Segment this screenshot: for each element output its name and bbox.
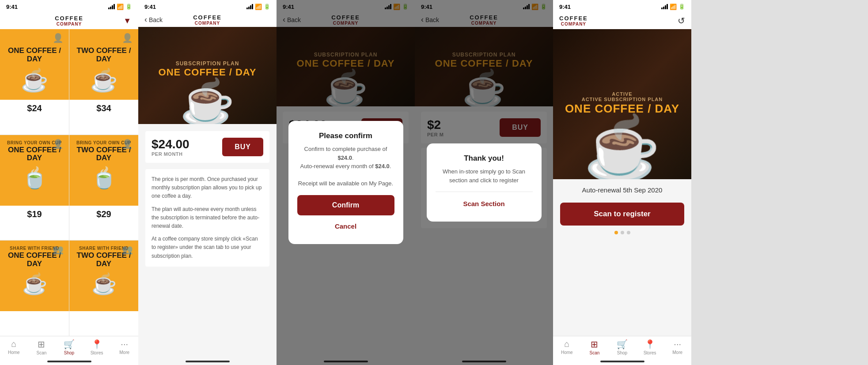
product-card-two-coffee[interactable]: 👤 TWO COFFEE / DAY ☕ $34 (69, 29, 138, 135)
filter-icon[interactable]: ▼ (123, 16, 131, 26)
screen-shop-list: 9:41 📶 🔋 COFFEE COMPANY ▼ 👤 ONE COFFEE /… (0, 0, 138, 365)
scan-to-register-button[interactable]: Scan to register (560, 203, 684, 226)
nav-scan-5[interactable]: ⊞ Scan (581, 339, 609, 355)
detail-header-2: ‹ Back COFFEE COMPANY (138, 12, 277, 27)
wifi-icon: 📶 (117, 4, 124, 10)
card-title-1: ONE COFFEE / DAY (4, 47, 65, 63)
modal-body-4: When in-store simply go to Scan section … (436, 167, 533, 184)
nav-more-5[interactable]: ··· More (663, 339, 691, 355)
screen5-body: Auto-renewal 5th Sep 2020 Scan to regist… (553, 179, 691, 336)
shop-icon-5: 🛒 (617, 339, 628, 350)
back-label-2: Back (149, 16, 163, 23)
cup-icon-5: ☕ (22, 272, 47, 296)
home-bar-1 (47, 361, 91, 362)
nav-stores-1[interactable]: 📍 Stores (83, 339, 111, 355)
home-indicator-2 (138, 359, 277, 365)
nav-more-1[interactable]: ··· More (110, 339, 138, 355)
card-top-4: 👤 BRING YOUR OWN CUP TWO COFFEE / DAY 🍵 (69, 135, 138, 206)
nav-scan-1[interactable]: ⊞ Scan (28, 339, 56, 355)
nav-more-label: More (119, 350, 129, 355)
home-indicator-1 (0, 359, 138, 365)
product-card-share-one[interactable]: 👥 SHARE WITH FRIEND ONE COFFEE / DAY ☕ (0, 241, 69, 336)
home-icon-5: ⌂ (564, 339, 569, 349)
shop-icon: 🛒 (64, 339, 75, 350)
nav-shop-5[interactable]: 🛒 Shop (608, 339, 636, 355)
pagination-dots (614, 231, 630, 234)
nav-shop-label: Shop (64, 350, 74, 355)
cup-icon-1: ☕ (21, 68, 48, 93)
nav-stores-5[interactable]: 📍 Stores (636, 339, 664, 355)
status-bar-5: 9:41 📶 🔋 (553, 0, 691, 12)
nav-scan-label: Scan (36, 350, 46, 355)
person-icon-1: 👤 (53, 33, 64, 43)
product-card-byoc-one[interactable]: 👤 BRING YOUR OWN CUP ONE COFFEE / DAY 🍵 … (0, 135, 69, 241)
scan-icon: ⊞ (38, 339, 45, 350)
buy-button-2[interactable]: BUY (222, 138, 263, 156)
product-card-one-coffee[interactable]: 👤 ONE COFFEE / DAY ☕ $24 (0, 29, 69, 135)
renewal-text: Auto-renewal 5th Sep 2020 (582, 186, 663, 194)
dot-2 (621, 231, 624, 234)
card-top-5: 👥 SHARE WITH FRIEND ONE COFFEE / DAY ☕ (0, 241, 69, 311)
scan-section-button[interactable]: Scan Section (463, 196, 504, 211)
card-top-3: 👤 BRING YOUR OWN CUP ONE COFFEE / DAY 🍵 (0, 135, 69, 206)
status-icons-5: 📶 🔋 (661, 4, 685, 10)
price-big-2: $24.00 (152, 137, 190, 151)
modal-title-4: Thank you! (436, 154, 533, 163)
more-icon-5: ··· (674, 339, 681, 349)
home-bar-5 (600, 361, 644, 362)
hero-cup-2: ☕ (180, 80, 235, 124)
bottom-nav-1: ⌂ Home ⊞ Scan 🛒 Shop 📍 Stores ··· More (0, 336, 138, 359)
nav-stores-label: Stores (91, 350, 103, 355)
price-4: $29 (96, 206, 111, 223)
card-top-2: 👤 TWO COFFEE / DAY ☕ (69, 29, 138, 100)
thankyou-overlay: Thank you! When in-store simply go to Sc… (415, 0, 553, 365)
logo: COFFEE COMPANY (55, 15, 83, 26)
card-top-1: 👤 ONE COFFEE / DAY ☕ (0, 29, 69, 100)
price-row-2: $24.00 PER MONTH BUY (145, 131, 269, 163)
sub-label: ACTIVE SUBSCRIPTION PLAN (582, 97, 663, 102)
product-card-share-two[interactable]: 👥 SHARE WITH FRIEND TWO COFFEE / DAY ☕ (69, 241, 138, 336)
home-bar-2 (186, 361, 230, 362)
person-icon-4: 👤 (122, 139, 133, 149)
wifi-icon-2: 📶 (255, 4, 262, 10)
active-label: ACTIVE (612, 84, 632, 97)
bottom-nav-5: ⌂ Home ⊞ Scan 🛒 Shop 📍 Stores ··· More (553, 336, 691, 359)
hero-2: SUBSCRIPTION PLAN ONE COFFEE / DAY ☕ (138, 27, 277, 124)
modal-line3: Receipt will be available on My Page. (298, 180, 393, 187)
confirm-overlay: Please confirm Confirm to complete purch… (277, 0, 415, 365)
cup-icon-6: ☕ (91, 272, 117, 296)
home-indicator-5 (553, 359, 691, 365)
status-icons-1: 📶 🔋 (108, 4, 132, 10)
nav-shop-1[interactable]: 🛒 Shop (55, 339, 83, 355)
price-3: $19 (27, 206, 42, 223)
detail-body-2: $24.00 PER MONTH BUY The price is per mo… (138, 124, 277, 359)
scan-icon-5: ⊞ (591, 339, 598, 350)
card-top-6: 👥 SHARE WITH FRIEND TWO COFFEE / DAY ☕ (69, 241, 138, 311)
nav-home-label: Home (8, 350, 20, 355)
status-time-2: 9:41 (144, 4, 156, 10)
screen-subscription-detail: 9:41 📶 🔋 ‹ Back COFFEE COMPANY SUBSCRIPT… (138, 0, 277, 365)
cancel-button[interactable]: Cancel (297, 219, 394, 233)
nav-home-label-5: Home (561, 350, 573, 355)
dot-1 (614, 231, 618, 234)
product-card-byoc-two[interactable]: 👤 BRING YOUR OWN CUP TWO COFFEE / DAY 🍵 … (69, 135, 138, 241)
confirm-modal-box: Please confirm Confirm to complete purch… (288, 121, 403, 244)
hero-5: ACTIVE ACTIVE SUBSCRIPTION PLAN ONE COFF… (553, 29, 691, 179)
card-title-2: TWO COFFEE / DAY (73, 47, 135, 63)
nav-more-label-5: More (672, 350, 682, 355)
person-icon-2: 👤 (122, 33, 133, 43)
confirm-button[interactable]: Confirm (297, 195, 394, 215)
thankyou-modal-box: Thank you! When in-store simply go to Sc… (427, 143, 542, 222)
nav-home-1[interactable]: ⌂ Home (0, 339, 28, 355)
nav-home-5[interactable]: ⌂ Home (553, 339, 581, 355)
screen-active-subscription: 9:41 📶 🔋 COFFEE COMPANY ↺ ACTIVE ACTIVE … (553, 0, 691, 365)
refresh-icon[interactable]: ↺ (678, 15, 685, 26)
home-icon: ⌂ (11, 339, 16, 349)
signal-icon (108, 4, 115, 9)
status-bar-1: 9:41 📶 🔋 (0, 0, 138, 12)
card-label-6: SHARE WITH FRIEND (79, 246, 129, 251)
person-icon-3: 👤 (53, 139, 64, 149)
modal-line1: Confirm to complete purchase of $24.0. (304, 146, 387, 161)
cup-icon-3: 🍵 (22, 166, 47, 190)
back-button-2[interactable]: ‹ Back (144, 15, 163, 24)
